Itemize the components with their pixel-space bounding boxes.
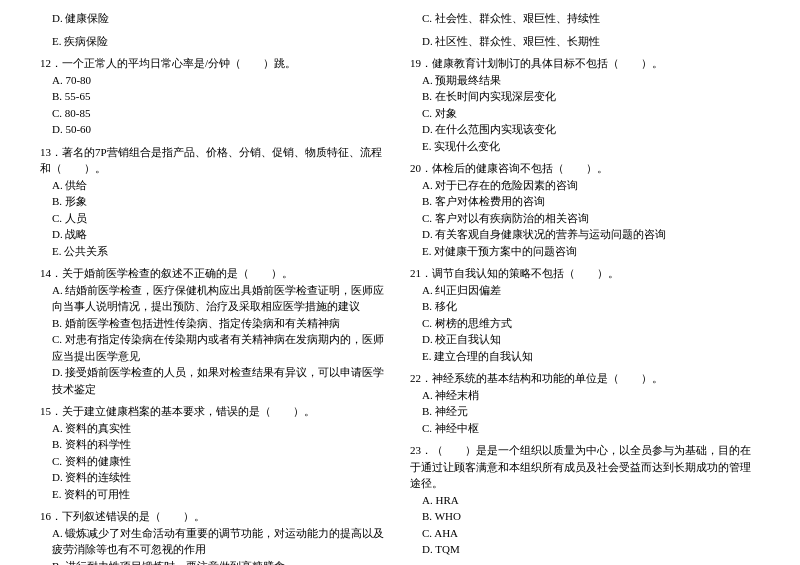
page-container: D. 健康保险 E. 疾病保险 12．一个正常人的平均日常心率是/分钟（ ）跳。… xyxy=(40,10,760,565)
question-text: 14．关于婚前医学检查的叙述不正确的是（ ）。 xyxy=(40,265,390,282)
option-e: E. 实现什么变化 xyxy=(410,138,760,155)
option-a: A. HRA xyxy=(410,492,760,509)
option-b: B. 资料的科学性 xyxy=(40,436,390,453)
option-e: E. 公共关系 xyxy=(40,243,390,260)
option-d: D. 在什么范围内实现该变化 xyxy=(410,121,760,138)
option-e: E. 对健康干预方案中的问题咨询 xyxy=(410,243,760,260)
option-c: C. 对患有指定传染病在传染期内或者有关精神病在发病期内的，医师应当提出医学意见 xyxy=(40,331,390,364)
question-22: 22．神经系统的基本结构和功能的单位是（ ）。 A. 神经末梢 B. 神经元 C… xyxy=(410,370,760,436)
question-text: 20．体检后的健康咨询不包括（ ）。 xyxy=(410,160,760,177)
option-b: B. 形象 xyxy=(40,193,390,210)
option-d: D. 有关客观自身健康状况的营养与运动问题的咨询 xyxy=(410,226,760,243)
option-c: C. 80-85 xyxy=(40,105,390,122)
option-e-disease-insurance: E. 疾病保险 xyxy=(40,33,390,50)
option-c: C. 树榜的思维方式 xyxy=(410,315,760,332)
option-a: A. 锻炼减少了对生命活动有重要的调节功能，对运动能力的提高以及疲劳消除等也有不… xyxy=(40,525,390,558)
option-c: C. 资料的健康性 xyxy=(40,453,390,470)
option-e: E. 建立合理的自我认知 xyxy=(410,348,760,365)
option-d: D. 接受婚前医学检查的人员，如果对检查结果有异议，可以申请医学技术鉴定 xyxy=(40,364,390,397)
option-c-basic-health: C. 社会性、群众性、艰巨性、持续性 xyxy=(410,10,760,27)
question-20: 20．体检后的健康咨询不包括（ ）。 A. 对于已存在的危险因素的咨询 B. 客… xyxy=(410,160,760,259)
option-a: A. 神经末梢 xyxy=(410,387,760,404)
question-text: 13．著名的7P营销组合是指产品、价格、分销、促销、物质特征、流程和（ ）。 xyxy=(40,144,390,177)
option-a: A. 结婚前医学检查，医疗保健机构应出具婚前医学检查证明，医师应向当事人说明情况… xyxy=(40,282,390,315)
option-b: B. 在长时间内实现深层变化 xyxy=(410,88,760,105)
question-text: 16．下列叙述错误的是（ ）。 xyxy=(40,508,390,525)
option-a: A. 预期最终结果 xyxy=(410,72,760,89)
question-14: 14．关于婚前医学检查的叙述不正确的是（ ）。 A. 结婚前医学检查，医疗保健机… xyxy=(40,265,390,397)
right-column: C. 社会性、群众性、艰巨性、持续性 D. 社区性、群众性、艰巨性、长期性 19… xyxy=(410,10,760,565)
option-d-health-insurance: D. 健康保险 xyxy=(40,10,390,27)
question-13: 13．著名的7P营销组合是指产品、价格、分销、促销、物质特征、流程和（ ）。 A… xyxy=(40,144,390,260)
question-23: 23．（ ）是是一个组织以质量为中心，以全员参与为基础，目的在于通过让顾客满意和… xyxy=(410,442,760,558)
question-text: 19．健康教育计划制订的具体目标不包括（ ）。 xyxy=(410,55,760,72)
option-d: D. 50-60 xyxy=(40,121,390,138)
option-d: D. 战略 xyxy=(40,226,390,243)
question-12: 12．一个正常人的平均日常心率是/分钟（ ）跳。 A. 70-80 B. 55-… xyxy=(40,55,390,138)
option-a: A. 供给 xyxy=(40,177,390,194)
option-d: D. TQM xyxy=(410,541,760,558)
option-a: A. 对于已存在的危险因素的咨询 xyxy=(410,177,760,194)
option-c: C. AHA xyxy=(410,525,760,542)
option-b: B. 婚前医学检查包括进性传染病、指定传染病和有关精神病 xyxy=(40,315,390,332)
option-d: D. 资料的连续性 xyxy=(40,469,390,486)
question-15: 15．关于建立健康档案的基本要求，错误的是（ ）。 A. 资料的真实性 B. 资… xyxy=(40,403,390,502)
left-column: D. 健康保险 E. 疾病保险 12．一个正常人的平均日常心率是/分钟（ ）跳。… xyxy=(40,10,390,565)
question-text: 23．（ ）是是一个组织以质量为中心，以全员参与为基础，目的在于通过让顾客满意和… xyxy=(410,442,760,492)
question-text: 12．一个正常人的平均日常心率是/分钟（ ）跳。 xyxy=(40,55,390,72)
option-c: C. 客户对以有疾病防治的相关咨询 xyxy=(410,210,760,227)
option-b: B. WHO xyxy=(410,508,760,525)
question-19: 19．健康教育计划制订的具体目标不包括（ ）。 A. 预期最终结果 B. 在长时… xyxy=(410,55,760,154)
option-text: C. 社会性、群众性、艰巨性、持续性 xyxy=(410,10,760,27)
option-b: B. 55-65 xyxy=(40,88,390,105)
option-c: C. 神经中枢 xyxy=(410,420,760,437)
option-b: B. 神经元 xyxy=(410,403,760,420)
question-text: 22．神经系统的基本结构和功能的单位是（ ）。 xyxy=(410,370,760,387)
option-c: C. 对象 xyxy=(410,105,760,122)
option-text: E. 疾病保险 xyxy=(40,33,390,50)
option-text: D. 健康保险 xyxy=(40,10,390,27)
option-d-basic-health: D. 社区性、群众性、艰巨性、长期性 xyxy=(410,33,760,50)
option-a: A. 70-80 xyxy=(40,72,390,89)
option-d: D. 校正自我认知 xyxy=(410,331,760,348)
question-text: 21．调节自我认知的策略不包括（ ）。 xyxy=(410,265,760,282)
option-b: B. 移化 xyxy=(410,298,760,315)
option-b: B. 进行耐力性项目锻炼时，要注意做到高糖膳食 xyxy=(40,558,390,566)
option-c: C. 人员 xyxy=(40,210,390,227)
option-text: D. 社区性、群众性、艰巨性、长期性 xyxy=(410,33,760,50)
option-a: A. 纠正归因偏差 xyxy=(410,282,760,299)
question-text: 15．关于建立健康档案的基本要求，错误的是（ ）。 xyxy=(40,403,390,420)
option-e: E. 资料的可用性 xyxy=(40,486,390,503)
option-b: B. 客户对体检费用的咨询 xyxy=(410,193,760,210)
option-a: A. 资料的真实性 xyxy=(40,420,390,437)
question-16: 16．下列叙述错误的是（ ）。 A. 锻炼减少了对生命活动有重要的调节功能，对运… xyxy=(40,508,390,565)
question-21: 21．调节自我认知的策略不包括（ ）。 A. 纠正归因偏差 B. 移化 C. 树… xyxy=(410,265,760,364)
